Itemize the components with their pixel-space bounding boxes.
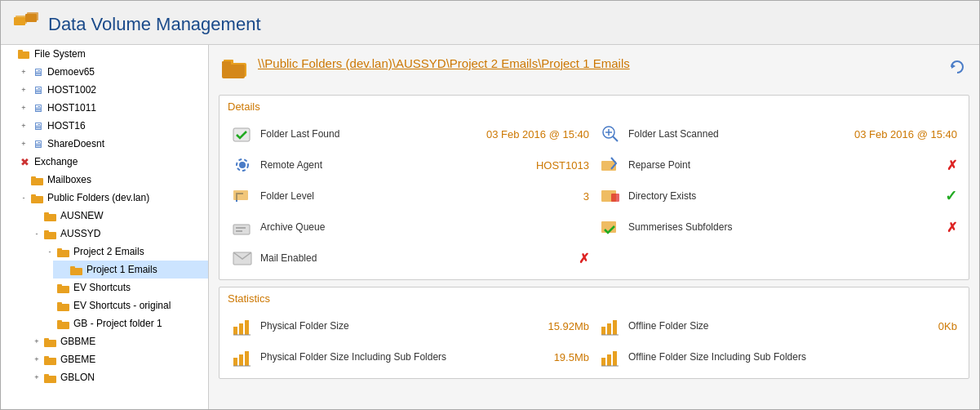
- detail-value: 3: [475, 190, 589, 203]
- sidebar-item-project2emails[interactable]: - Project 2 Emails: [40, 243, 208, 261]
- sidebar-item-ev-shortcuts-original[interactable]: EV Shortcuts - original: [40, 296, 208, 314]
- expander[interactable]: [43, 281, 56, 294]
- detail-reparse-point: Reparse Point ✗: [594, 150, 962, 180]
- expander[interactable]: [43, 317, 56, 330]
- svg-rect-61: [245, 351, 249, 366]
- expander[interactable]: [4, 155, 17, 168]
- stat-physical-folder-size-subfolders: Physical Folder Size Including Sub Folde…: [226, 342, 594, 372]
- svg-rect-3: [25, 14, 37, 22]
- detail-folder-level: Folder Level 3: [226, 181, 594, 211]
- server-icon: 🖥: [30, 118, 45, 133]
- sidebar-item-gbbme[interactable]: + GBBME: [27, 332, 208, 350]
- sidebar-item-gb-project-folder[interactable]: GB - Project folder 1: [40, 314, 208, 332]
- sidebar-item-sharedoesnt[interactable]: + 🖥 ShareDoesnt: [14, 135, 208, 153]
- expander[interactable]: +: [17, 119, 30, 132]
- svg-rect-29: [44, 374, 49, 377]
- sidebar-label: AUSNEW: [60, 210, 104, 221]
- level-icon: [231, 185, 254, 207]
- detail-label: Remote Agent: [260, 159, 468, 171]
- expander[interactable]: +: [17, 101, 30, 114]
- expander[interactable]: [43, 299, 56, 312]
- svg-rect-18: [57, 286, 69, 293]
- detail-label: Folder Level: [260, 190, 468, 202]
- detail-label: Archive Queue: [260, 221, 468, 233]
- svg-rect-1: [14, 17, 25, 25]
- expander[interactable]: -: [43, 245, 56, 258]
- sidebar-item-exchange[interactable]: ✖ Exchange: [1, 153, 208, 171]
- detail-value: HOST1013: [475, 159, 589, 172]
- scan-icon: [599, 123, 622, 145]
- svg-rect-13: [44, 230, 49, 233]
- folder-icon: [69, 262, 84, 277]
- svg-rect-52: [239, 323, 243, 335]
- folder-icon: [30, 190, 45, 205]
- sidebar-item-gblon[interactable]: + GBLON: [27, 368, 208, 386]
- expander[interactable]: +: [17, 137, 30, 150]
- expander[interactable]: +: [30, 335, 43, 348]
- folder-icon: [56, 298, 71, 313]
- folder-icon: [56, 244, 71, 259]
- expander[interactable]: +: [17, 83, 30, 96]
- refresh-icon[interactable]: [948, 58, 966, 80]
- sidebar-label: GB - Project folder 1: [73, 318, 162, 329]
- sidebar-item-ev-shortcuts[interactable]: EV Shortcuts: [40, 279, 208, 296]
- sidebar-label: AUSSYD: [60, 228, 100, 239]
- stat-label: Physical Folder Size: [260, 320, 501, 332]
- svg-rect-12: [44, 232, 56, 239]
- sidebar-item-host1011[interactable]: + 🖥 HOST1011: [14, 99, 208, 117]
- svg-rect-17: [70, 266, 75, 269]
- main-content: File System + 🖥 Demoev65 + 🖥 HOST1002 + …: [1, 45, 979, 409]
- detail-summerises-subfolders: Summerises Subfolders ✗: [594, 212, 962, 242]
- gear-icon: [231, 154, 254, 176]
- svg-rect-64: [607, 354, 611, 366]
- folder-icon: [56, 316, 71, 331]
- expander[interactable]: [17, 173, 30, 186]
- detail-value: 03 Feb 2016 @ 15:40: [843, 128, 957, 140]
- expander[interactable]: +: [30, 371, 43, 384]
- expander[interactable]: +: [30, 353, 43, 366]
- sidebar-item-ausnew[interactable]: AUSNEW: [27, 207, 208, 225]
- sidebar-label: EV Shortcuts - original: [73, 300, 171, 311]
- expander[interactable]: +: [17, 65, 30, 78]
- sidebar-item-host1002[interactable]: + 🖥 HOST1002: [14, 81, 208, 99]
- stats-grid: Physical Folder Size 15.92Mb: [220, 308, 969, 378]
- detail-value: 03 Feb 2016 @ 15:40: [475, 128, 589, 140]
- sidebar-label: Exchange: [34, 156, 78, 167]
- expander[interactable]: [4, 47, 17, 60]
- svg-rect-10: [44, 214, 56, 221]
- sidebar-item-file-system[interactable]: File System: [1, 45, 208, 63]
- sidebar-item-mailboxes[interactable]: Mailboxes: [14, 171, 208, 189]
- svg-rect-26: [44, 358, 56, 365]
- sidebar[interactable]: File System + 🖥 Demoev65 + 🖥 HOST1002 + …: [1, 45, 209, 409]
- sidebar-item-project1emails[interactable]: Project 1 Emails: [53, 261, 208, 279]
- sum-icon: [599, 216, 622, 238]
- sidebar-item-demoev65[interactable]: + 🖥 Demoev65: [14, 63, 208, 81]
- folder-icon: [43, 352, 58, 367]
- detail-value-cross: ✗: [947, 158, 957, 173]
- detail-folder-last-found: Folder Last Found 03 Feb 2016 @ 15:40: [226, 119, 594, 149]
- stat-label: Physical Folder Size Including Sub Folde…: [260, 351, 501, 363]
- svg-rect-11: [44, 212, 49, 215]
- dir-icon: [599, 185, 622, 207]
- svg-rect-56: [607, 323, 611, 335]
- detail-label: Directory Exists: [628, 190, 938, 202]
- expander[interactable]: [56, 263, 69, 276]
- sidebar-item-public-folders[interactable]: - Public Folders (dev.lan): [14, 189, 208, 207]
- server-icon: 🖥: [30, 82, 45, 97]
- sidebar-item-host16[interactable]: + 🖥 HOST16: [14, 117, 208, 135]
- breadcrumb-path[interactable]: \\Public Folders (dev.lan)\AUSSYD\Projec…: [258, 55, 940, 72]
- stat-value: 15.92Mb: [508, 320, 589, 332]
- sidebar-item-gbeme[interactable]: + GBEME: [27, 350, 208, 368]
- exchange-icon: ✖: [17, 154, 32, 169]
- expander[interactable]: -: [17, 191, 30, 204]
- expander[interactable]: -: [30, 227, 43, 240]
- sidebar-item-aussyd[interactable]: - AUSSYD: [27, 225, 208, 243]
- expander[interactable]: [30, 209, 43, 222]
- svg-rect-8: [31, 196, 43, 203]
- svg-rect-23: [57, 320, 62, 323]
- statistics-title: Statistics: [220, 287, 969, 308]
- svg-rect-20: [57, 304, 69, 311]
- path-folder-icon: [222, 56, 250, 85]
- server-icon: 🖥: [30, 136, 45, 151]
- statistics-section: Statistics Physical Folder Size: [219, 287, 969, 379]
